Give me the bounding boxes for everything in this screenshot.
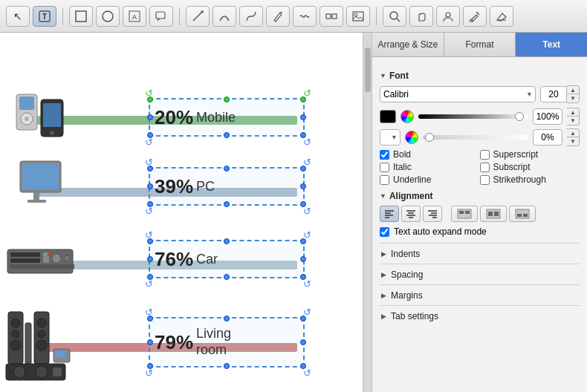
opacity-slider-2[interactable]	[423, 135, 528, 140]
opacity-down-2[interactable]: ▼	[567, 137, 579, 146]
svg-point-28	[50, 131, 54, 135]
image-tool[interactable]	[346, 6, 370, 27]
spacing-section[interactable]: ▶ Spacing	[380, 264, 580, 284]
underline-checkbox[interactable]	[380, 175, 389, 185]
italic-checkbox-item: Italic	[380, 162, 480, 172]
valign-top-btn[interactable]	[451, 206, 478, 222]
opacity-down-1[interactable]: ▼	[567, 117, 579, 125]
toolbar-separator-3	[376, 7, 377, 25]
svg-rect-14	[353, 12, 363, 21]
eyedropper-tool[interactable]	[463, 6, 487, 27]
svg-rect-77	[523, 214, 528, 217]
font-size-wrapper: ▲ ▼	[540, 85, 580, 103]
opacity-slider-1[interactable]	[418, 114, 528, 119]
bold-checkbox[interactable]	[380, 150, 389, 160]
right-panel: Arrange & Size Format Text ▼ Font Calibr…	[372, 33, 587, 392]
underline-checkbox-item: Underline	[380, 174, 480, 185]
font-size-stepper: ▲ ▼	[567, 85, 580, 103]
svg-text:T: T	[42, 13, 47, 21]
bold-label: Bold	[393, 149, 411, 160]
svg-rect-35	[10, 258, 40, 263]
tab-arrange-size[interactable]: Arrange & Size	[372, 33, 444, 56]
svg-rect-34	[10, 252, 40, 257]
superscript-checkbox[interactable]	[480, 150, 490, 160]
valign-middle-btn[interactable]	[480, 206, 507, 222]
svg-rect-6	[156, 12, 165, 19]
align-right-btn[interactable]	[423, 206, 442, 222]
zoom-tool[interactable]	[383, 6, 406, 27]
color-row-2: ▼ ▲ ▼	[380, 128, 580, 146]
svg-rect-31	[33, 192, 39, 200]
spacing-triangle: ▶	[381, 271, 386, 278]
svg-line-8	[193, 12, 202, 21]
color-picker-btn-2[interactable]	[405, 131, 418, 144]
opacity-thumb-1[interactable]	[515, 112, 524, 121]
canvas[interactable]: 20% Mobile ↺ ↺ ↺ ↺	[0, 33, 363, 392]
svg-point-25	[25, 117, 29, 121]
opacity-input-2[interactable]	[533, 129, 562, 146]
pc-label: PC	[196, 179, 215, 195]
tab-format[interactable]: Format	[444, 33, 516, 56]
freehand-tool[interactable]	[293, 6, 317, 27]
curve-tool[interactable]	[239, 6, 263, 27]
opacity-thumb-2[interactable]	[425, 133, 434, 142]
fill-type-select[interactable]	[380, 129, 400, 146]
pointer-tool[interactable]: ↖	[6, 6, 30, 27]
font-size-up[interactable]: ▲	[567, 86, 579, 94]
opacity-input-1[interactable]	[533, 108, 562, 125]
tab-settings-section[interactable]: ▶ Tab settings	[380, 305, 580, 326]
arc-tool[interactable]	[213, 6, 236, 27]
connect-tool[interactable]	[320, 6, 343, 27]
svg-point-37	[52, 254, 61, 263]
pen-tool[interactable]	[266, 6, 290, 27]
font-family-wrapper: Calibri ▼	[380, 86, 536, 102]
user-tool[interactable]	[436, 6, 460, 27]
svg-point-40	[43, 253, 46, 256]
toolbar-separator-1	[62, 7, 63, 25]
auto-expand-label: Text auto expand mode	[394, 226, 487, 237]
svg-line-17	[397, 19, 400, 22]
svg-rect-27	[43, 103, 61, 127]
car-label: Car	[196, 252, 218, 267]
spacing-label: Spacing	[391, 270, 423, 280]
text-style-checkboxes: Bold Superscript Italic Subscript Underl…	[380, 149, 580, 185]
text-tool[interactable]: T	[33, 6, 56, 27]
canvas-scrollbar-thumb[interactable]	[365, 48, 371, 92]
eraser-tool[interactable]	[490, 6, 513, 27]
tab-text[interactable]: Text	[516, 33, 587, 56]
align-left-btn[interactable]	[380, 206, 399, 222]
font-section-label: Font	[389, 71, 409, 81]
text-color-swatch[interactable]	[380, 110, 396, 123]
align-center-btn[interactable]	[401, 206, 421, 222]
margins-section[interactable]: ▶ Margins	[380, 284, 580, 305]
font-size-down[interactable]: ▼	[567, 94, 579, 102]
color-picker-btn-1[interactable]	[400, 110, 414, 123]
opacity-up-2[interactable]: ▲	[567, 129, 579, 137]
canvas-scrollbar[interactable]	[363, 33, 372, 392]
circle-tool[interactable]	[96, 6, 120, 27]
text-insert-tool[interactable]: A	[123, 6, 146, 27]
strikethrough-checkbox[interactable]	[480, 175, 490, 185]
svg-point-45	[10, 340, 21, 350]
font-size-input[interactable]	[540, 86, 567, 102]
valign-bottom-btn[interactable]	[509, 206, 536, 222]
auto-expand-checkbox[interactable]	[380, 227, 389, 237]
opacity-up-1[interactable]: ▲	[567, 108, 579, 117]
subscript-checkbox-item: Subscript	[480, 162, 580, 172]
svg-rect-76	[517, 214, 522, 217]
subscript-checkbox[interactable]	[480, 163, 490, 172]
svg-point-43	[11, 318, 20, 327]
font-family-select[interactable]: Calibri	[380, 86, 536, 102]
hand-tool[interactable]	[409, 6, 433, 27]
callout-tool[interactable]	[149, 6, 173, 27]
rect-tool[interactable]	[69, 6, 93, 27]
svg-line-19	[476, 12, 479, 15]
living-label: Livingroom	[196, 326, 231, 358]
superscript-checkbox-item: Superscript	[480, 149, 580, 160]
line-tool[interactable]	[186, 6, 210, 27]
indents-section[interactable]: ▶ Indents	[380, 243, 580, 264]
alignment-triangle: ▼	[380, 192, 386, 200]
svg-line-10	[280, 12, 282, 13]
italic-checkbox[interactable]	[380, 163, 389, 172]
alignment-section-header: ▼ Alignment	[380, 191, 580, 201]
